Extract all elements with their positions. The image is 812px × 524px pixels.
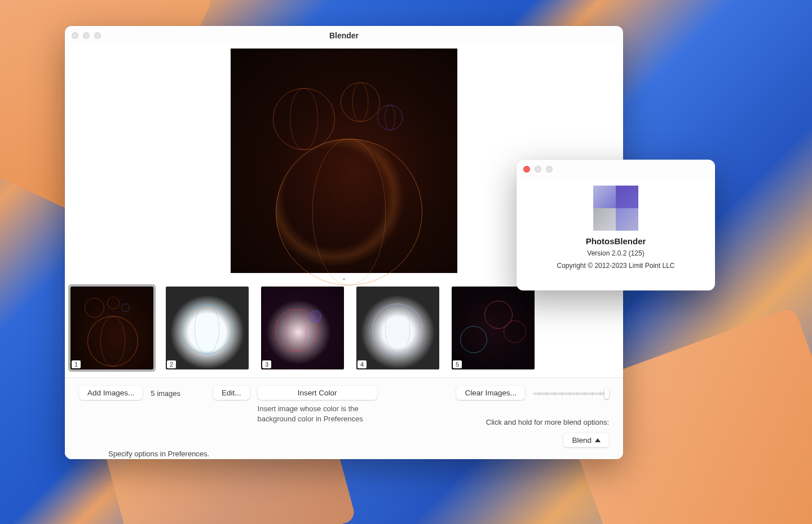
window-title: Blender [65,31,623,40]
blend-label: Blend [572,436,592,444]
app-copyright: Copyright © 2012-2023 Limit Point LLC [528,262,704,270]
close-icon[interactable] [72,32,78,39]
triangle-up-icon [595,438,601,442]
blend-hint: Click and hold for more blend options: [486,418,609,426]
thumbnail-label: 5 [453,360,462,368]
image-count-label: 5 images [151,389,180,398]
preview-image[interactable] [231,49,457,273]
thumbnail-label: 1 [72,360,81,368]
add-images-button[interactable]: Add Images... [79,386,143,400]
controls-row-2: Specify options in Preferences. [79,450,609,458]
thumbnail-strip: 1 2 3 4 5 [65,282,623,378]
thumbnail-label: 4 [358,360,367,368]
traffic-lights [523,166,553,173]
about-window: PhotosBlender Version 2.0.2 (125) Copyri… [517,160,715,290]
maximize-icon[interactable] [94,32,101,39]
sphere-graphic [377,105,403,130]
options-hint: Specify options in Preferences. [108,450,209,458]
edit-button[interactable]: Edit... [213,386,250,400]
insert-color-button[interactable]: Insert Color [258,386,377,400]
app-icon [593,186,638,231]
thumbnail-label: 2 [167,360,176,368]
about-content: PhotosBlender Version 2.0.2 (125) Copyri… [517,179,715,281]
traffic-lights [72,32,101,39]
minimize-icon[interactable] [535,166,541,173]
app-version: Version 2.0.2 (125) [528,249,704,257]
thumbnail-3[interactable]: 3 [261,287,344,369]
thumbnail-label: 3 [262,360,271,368]
close-icon[interactable] [523,166,530,173]
sphere-graphic [273,88,335,150]
insert-color-hint: Insert image whose color is the backgrou… [258,404,377,424]
thumbnail-1[interactable]: 1 [70,287,153,369]
minimize-icon[interactable] [83,32,90,39]
maximize-icon[interactable] [546,166,553,173]
thumbnail-4[interactable]: 4 [356,287,439,369]
clear-images-button[interactable]: Clear Images... [456,386,525,400]
titlebar[interactable]: Blender [65,26,623,45]
controls-row-1: Add Images... 5 images Edit... Insert Co… [79,386,609,447]
controls-area: Add Images... 5 images Edit... Insert Co… [65,378,623,459]
blend-button[interactable]: Blend [563,433,609,447]
sphere-graphic [276,139,422,285]
thumbnail-5[interactable]: 5 [452,287,535,369]
thumbnail-2[interactable]: 2 [166,287,249,369]
slider-thumb[interactable] [604,389,609,399]
app-name: PhotosBlender [528,236,704,246]
zoom-slider[interactable] [533,393,609,395]
sphere-graphic [341,82,380,122]
about-titlebar[interactable] [517,160,715,179]
